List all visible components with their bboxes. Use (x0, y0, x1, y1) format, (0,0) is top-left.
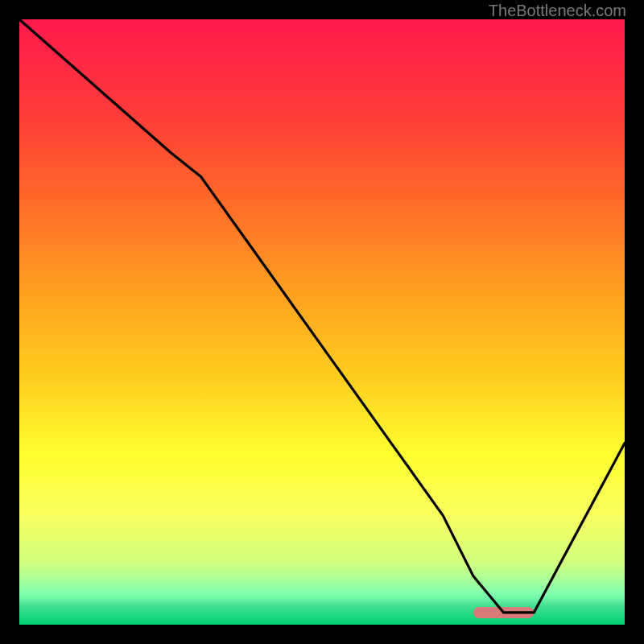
watermark-text: TheBottleneck.com (489, 2, 626, 20)
bottleneck-chart (19, 19, 625, 625)
gradient-background (19, 19, 625, 625)
chart-container (19, 19, 625, 625)
